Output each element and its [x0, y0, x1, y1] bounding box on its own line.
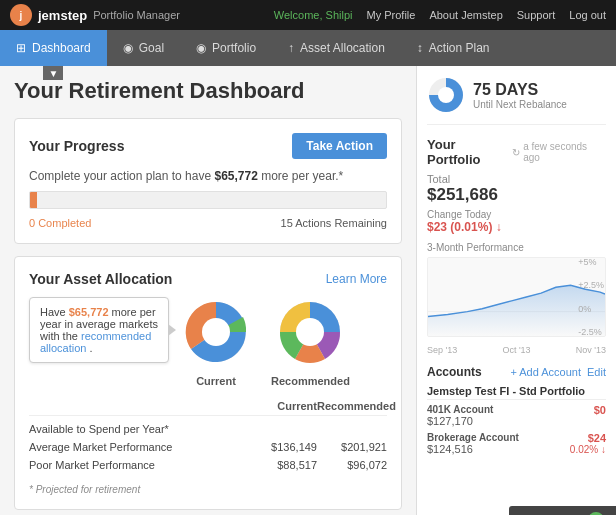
account-val-1: $124,516	[427, 443, 519, 455]
asset-title: Your Asset Allocation	[29, 271, 172, 287]
tab-goal-label: Goal	[139, 41, 164, 55]
top-bar: j jemstep Portfolio Manager Welcome, Shi…	[0, 0, 616, 30]
row-label-header	[29, 400, 247, 412]
progress-desc2: more per year.*	[261, 169, 343, 183]
product-text: Portfolio Manager	[93, 9, 180, 21]
tab-asset-allocation[interactable]: ↑ Asset Allocation	[272, 30, 401, 66]
y-label-1: +2.5%	[578, 280, 604, 290]
progress-header: Your Progress Take Action	[29, 133, 387, 159]
right-panel: 75 DAYS Until Next Rebalance Your Portfo…	[416, 66, 616, 515]
row-recommended-2: $96,072	[317, 459, 387, 471]
svg-text:j: j	[19, 10, 23, 21]
current-pie-chart	[181, 297, 251, 367]
welcome-text: Welcome, Shilpi	[274, 9, 353, 21]
add-account-link[interactable]: + Add Account	[510, 366, 581, 378]
tab-action-label: Action Plan	[429, 41, 490, 55]
account-portfolio-name: Jemstep Test FI - Std Portfolio	[427, 385, 606, 400]
row-current-2: $88,517	[247, 459, 317, 471]
row-label-2: Poor Market Performance	[29, 459, 247, 471]
portfolio-icon: ◉	[196, 41, 206, 55]
change-label: Change Today	[427, 209, 606, 220]
account-change-1: $24 0.02% ↓	[570, 432, 606, 455]
tooltip-amount: $65,772	[69, 306, 109, 318]
refresh-text: ↻ a few seconds ago	[512, 141, 606, 163]
about-link[interactable]: About Jemstep	[429, 9, 502, 21]
logo-icon: j	[10, 4, 32, 26]
tooltip-box: Have $65,772 more per year in average ma…	[29, 297, 169, 363]
row-recommended-0	[317, 423, 387, 435]
svg-point-7	[438, 87, 454, 103]
change-pct-val: 0.02%	[570, 444, 598, 455]
chart-x-axis: Sep '13 Oct '13 Nov '13	[427, 345, 606, 355]
tab-portfolio[interactable]: ◉ Portfolio	[180, 30, 272, 66]
take-action-button[interactable]: Take Action	[292, 133, 387, 159]
account-info-1: Brokerage Account $124,516	[427, 432, 519, 455]
chart-area: +5% +2.5% 0% -2.5%	[427, 257, 606, 337]
rebalance-pie-chart	[427, 76, 465, 114]
tab-goal[interactable]: ◉ Goal	[107, 30, 180, 66]
completed-text: 0 Completed	[29, 217, 91, 229]
main-wrapper: Your Retirement Dashboard Your Progress …	[0, 66, 616, 515]
x-label-2: Nov '13	[576, 345, 606, 355]
account-change-amt-1: $24	[570, 432, 606, 444]
current-label: Current	[196, 375, 236, 387]
current-pie: Current	[181, 297, 251, 387]
account-change-amt-0: $0	[594, 404, 606, 416]
change-value: $23 (0.01%) ↓	[427, 220, 606, 234]
account-info-0: 401K Account $127,170	[427, 404, 493, 427]
top-nav: Welcome, Shilpi My Profile About Jemstep…	[274, 9, 606, 21]
progress-bar-fill	[30, 192, 37, 208]
account-change-0: $0	[594, 404, 606, 416]
tab-portfolio-label: Portfolio	[212, 41, 256, 55]
asset-allocation-card: Your Asset Allocation Learn More Have $6…	[14, 256, 402, 510]
recommended-header: Recommended	[317, 400, 387, 412]
recommended-label: Recommended	[271, 375, 350, 387]
row-recommended-1: $201,921	[317, 441, 387, 453]
asset-note: * Projected for retirement	[29, 484, 387, 495]
total-label: Total	[427, 173, 606, 185]
logout-link[interactable]: Log out	[569, 9, 606, 21]
tooltip-line3: .	[90, 342, 93, 354]
rebalance-label: Until Next Rebalance	[473, 99, 567, 110]
recommended-pie: Recommended	[271, 297, 350, 387]
need-help-widget[interactable]: Need help? +	[509, 506, 616, 515]
x-label-0: Sep '13	[427, 345, 457, 355]
y-label-0: +5%	[578, 257, 604, 267]
logo-text: jemstep	[38, 8, 87, 23]
svg-point-3	[202, 318, 230, 346]
support-link[interactable]: Support	[517, 9, 556, 21]
pie-charts: Current	[181, 297, 387, 387]
y-label-2: 0%	[578, 304, 604, 314]
logo-area: j jemstep Portfolio Manager	[10, 4, 180, 26]
account-row-0: 401K Account $127,170 $0	[427, 404, 606, 427]
dropdown-arrow[interactable]: ▼	[43, 66, 63, 80]
asset-header: Your Asset Allocation Learn More	[29, 271, 387, 287]
change-amount: $23 (0.01%)	[427, 220, 492, 234]
action-icon: ↕	[417, 41, 423, 55]
y-label-3: -2.5%	[578, 327, 604, 337]
edit-link[interactable]: Edit	[587, 366, 606, 378]
asset-table: Current Recommended Available to Spend p…	[29, 397, 387, 474]
total-value: $251,686	[427, 185, 606, 205]
tab-asset-label: Asset Allocation	[300, 41, 385, 55]
rebalance-days: 75 DAYS	[473, 81, 567, 99]
tab-action-plan[interactable]: ↕ Action Plan	[401, 30, 506, 66]
current-header: Current	[247, 400, 317, 412]
row-label-1: Average Market Performance	[29, 441, 247, 453]
change-arrow-icon: ↓	[496, 220, 502, 234]
my-profile-link[interactable]: My Profile	[366, 9, 415, 21]
tab-dashboard[interactable]: ⊞ Dashboard ▼	[0, 30, 107, 66]
tooltip-line1: Have	[40, 306, 66, 318]
portfolio-header: Your Portfolio ↻ a few seconds ago	[427, 137, 606, 167]
account-change-pct-1: 0.02% ↓	[570, 444, 606, 455]
progress-desc-text: Complete your action plan to have	[29, 169, 211, 183]
accounts-header: Accounts + Add Account Edit	[427, 365, 606, 379]
asset-row-2: Poor Market Performance $88,517 $96,072	[29, 456, 387, 474]
nav-tabs: ⊞ Dashboard ▼ ◉ Goal ◉ Portfolio ↑ Asset…	[0, 30, 616, 66]
progress-footer: 0 Completed 15 Actions Remaining	[29, 217, 387, 229]
accounts-title: Accounts	[427, 365, 482, 379]
svg-point-5	[296, 318, 324, 346]
perf-label: 3-Month Performance	[427, 242, 606, 253]
recommended-pie-chart	[275, 297, 345, 367]
learn-more-link[interactable]: Learn More	[326, 272, 387, 286]
